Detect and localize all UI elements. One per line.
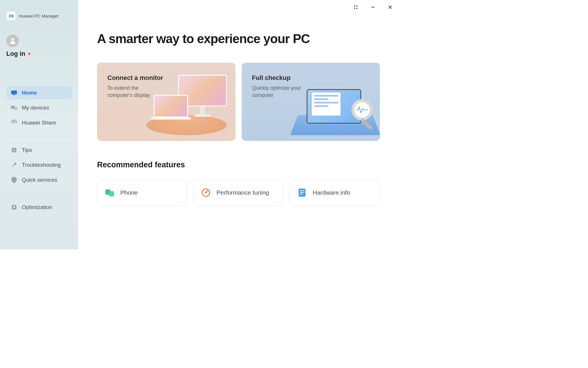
nav-label: Quick services <box>22 177 57 183</box>
feature-label: Phone <box>120 189 138 196</box>
checkup-illustration <box>298 75 373 141</box>
sidebar-item-tips[interactable]: Tips <box>6 143 72 157</box>
feature-label: Hardware info <box>313 189 350 196</box>
svg-rect-14 <box>371 7 375 7</box>
monitor-icon <box>11 90 17 96</box>
sidebar-item-quick-services[interactable]: Quick services <box>6 173 72 187</box>
feature-label: Performance tuning <box>216 189 269 196</box>
nav-label: Optimization <box>22 204 52 210</box>
sidebar-item-home[interactable]: Home <box>6 86 72 99</box>
notification-dot-icon <box>28 53 30 55</box>
svg-rect-21 <box>300 192 304 193</box>
sidebar-item-troubleshooting[interactable]: Troubleshooting <box>6 158 72 172</box>
monitor-illustration <box>144 72 230 135</box>
svg-rect-8 <box>14 150 14 152</box>
nav-label: Huawei Share <box>22 120 56 126</box>
window-controls <box>351 3 394 12</box>
wrench-icon <box>11 162 17 168</box>
svg-rect-16 <box>109 191 114 196</box>
grid-button[interactable] <box>351 3 360 12</box>
shield-icon <box>11 177 17 183</box>
login-label: Log in <box>6 50 25 57</box>
svg-rect-22 <box>300 194 303 195</box>
tips-icon <box>11 147 17 153</box>
svg-rect-2 <box>13 95 15 95</box>
page-title: A smarter way to experience your PC <box>97 32 380 46</box>
sidebar: |M| Huawei PC Manager Log in Home My dev… <box>0 0 78 250</box>
svg-point-13 <box>356 8 357 9</box>
gauge-icon <box>201 188 211 198</box>
svg-rect-1 <box>11 91 17 94</box>
svg-rect-7 <box>14 149 14 149</box>
upload-icon <box>11 204 17 210</box>
nav-label: Troubleshooting <box>22 162 61 168</box>
card-connect-monitor[interactable]: Connect a monitor To extend the computer… <box>97 63 235 141</box>
nav-label: Tips <box>22 147 32 153</box>
app-header: |M| Huawei PC Manager <box>0 9 78 29</box>
feature-row: Phone Performance tuning Hardware info <box>97 180 380 206</box>
main-content: A smarter way to experience your PC Conn… <box>78 0 399 250</box>
devices-icon <box>11 105 17 111</box>
nav-main: Home My devices Huawei Share Tips Tro <box>0 63 78 214</box>
feature-hardware[interactable]: Hardware info <box>289 180 380 206</box>
svg-point-10 <box>354 5 355 7</box>
share-icon <box>11 120 17 126</box>
svg-point-11 <box>356 5 357 7</box>
sidebar-item-optimization[interactable]: Optimization <box>6 201 72 214</box>
svg-point-0 <box>11 38 14 41</box>
sidebar-item-huawei-share[interactable]: Huawei Share <box>6 116 72 129</box>
sidebar-item-my-devices[interactable]: My devices <box>6 101 72 114</box>
svg-point-5 <box>13 122 15 124</box>
nav-label: My devices <box>22 105 49 111</box>
user-icon <box>9 37 17 45</box>
feature-phone[interactable]: Phone <box>97 180 187 206</box>
app-logo: |M| <box>7 12 16 20</box>
minimize-button[interactable] <box>369 3 377 12</box>
nav-label: Home <box>22 90 37 96</box>
svg-point-18 <box>205 192 207 193</box>
app-logo-text: |M| <box>9 14 14 18</box>
app-title: Huawei PC Manager <box>19 14 59 18</box>
svg-point-12 <box>354 8 355 9</box>
nav-divider <box>6 193 72 194</box>
card-full-checkup[interactable]: Full checkup Quickly optimize your compu… <box>242 63 380 141</box>
recommended-title: Recommended features <box>97 160 380 169</box>
feature-performance[interactable]: Performance tuning <box>193 180 284 206</box>
svg-rect-20 <box>300 190 304 191</box>
user-section[interactable]: Log in <box>0 29 78 63</box>
magnifier-icon <box>351 99 373 120</box>
nav-divider <box>6 136 72 137</box>
phone-icon <box>105 188 115 198</box>
minimize-icon <box>371 5 375 9</box>
hero-cards: Connect a monitor To extend the computer… <box>97 63 380 141</box>
close-icon <box>388 5 392 9</box>
close-button[interactable] <box>386 3 394 12</box>
svg-rect-4 <box>14 107 17 110</box>
document-icon <box>297 188 307 198</box>
login-row[interactable]: Log in <box>6 50 72 57</box>
avatar[interactable] <box>6 34 19 47</box>
